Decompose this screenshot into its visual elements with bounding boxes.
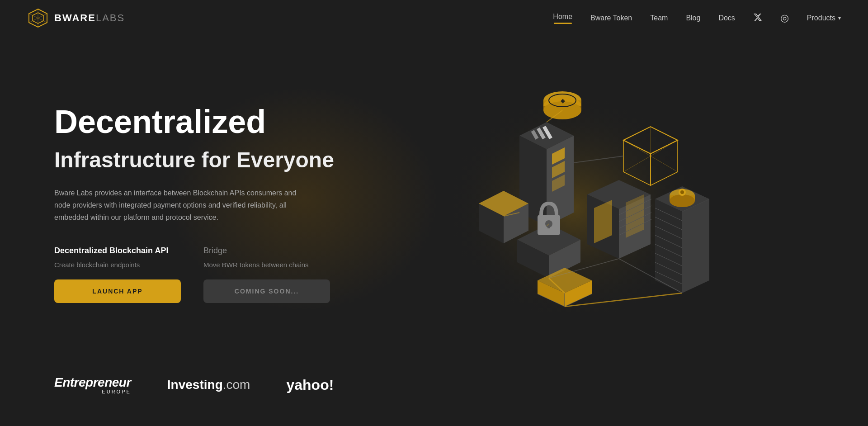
logo-icon [27, 7, 49, 29]
bridge-card-title: Bridge [203, 246, 330, 256]
yahoo-text: yahoo! [286, 377, 334, 393]
api-card-desc: Create blockchain endpoints [54, 261, 181, 269]
svg-marker-53 [682, 199, 709, 293]
hero-subtitle: Infrastructure for Everyone [54, 147, 334, 173]
investing-text: Investing [167, 378, 223, 392]
hero-section: Decentralized Infrastructure for Everyon… [0, 36, 868, 362]
hero-card-bridge: Bridge Move BWR tokens between chains CO… [203, 246, 330, 303]
logo[interactable]: BWARELABS [27, 7, 125, 29]
nav-link-team[interactable]: Team [650, 14, 668, 22]
products-chevron: ▾ [838, 15, 841, 21]
navbar: BWARELABS Home Bware Token Team Blog Doc… [0, 0, 868, 36]
svg-point-67 [680, 190, 684, 194]
investing-dotcom: .com [223, 378, 250, 392]
hero-illustration: ◈ [334, 68, 814, 339]
products-dropdown[interactable]: Products ▾ [807, 14, 841, 22]
logo-text: BWARELABS [54, 12, 125, 24]
hero-description: Bware Labs provides an interface between… [54, 187, 307, 224]
api-card-title: Decentralized Blockchain API [54, 246, 181, 256]
circle-icon[interactable]: ◎ [780, 12, 789, 24]
nav-active-indicator [554, 23, 572, 24]
brand-entrepreneur: Entrepreneur EUROPE [54, 375, 131, 394]
brand-investing: Investing.com [167, 378, 250, 392]
isometric-graphic: ◈ [429, 72, 718, 335]
nav-links: Home Bware Token Team Blog Docs ◎ Produc… [553, 12, 841, 24]
nav-item-circle[interactable]: ◎ [780, 12, 789, 24]
entrepreneur-subtitle: EUROPE [54, 389, 131, 394]
launch-app-button[interactable]: LAUNCH APP [54, 279, 181, 303]
nav-link-docs[interactable]: Docs [718, 14, 735, 22]
products-label: Products [807, 14, 835, 22]
hero-content: Decentralized Infrastructure for Everyon… [54, 104, 334, 303]
nav-item-twitter[interactable] [753, 13, 762, 24]
nav-link-blog[interactable]: Blog [686, 14, 700, 22]
nav-item-blog[interactable]: Blog [686, 14, 700, 22]
bridge-card-desc: Move BWR tokens between chains [203, 261, 330, 269]
nav-item-team[interactable]: Team [650, 14, 668, 22]
brands-section: Entrepreneur EUROPE Investing.com yahoo! [0, 362, 868, 417]
svg-rect-40 [547, 223, 550, 228]
nav-item-products[interactable]: Products ▾ [807, 14, 841, 22]
nav-item-bware-token[interactable]: Bware Token [590, 14, 632, 22]
nav-item-home[interactable]: Home [553, 13, 572, 24]
hero-title: Decentralized [54, 104, 334, 140]
nav-link-home[interactable]: Home [553, 13, 572, 21]
twitter-icon[interactable] [753, 14, 762, 24]
nav-item-docs[interactable]: Docs [718, 14, 735, 22]
brand-yahoo: yahoo! [286, 377, 334, 393]
entrepreneur-title: Entrepreneur [54, 375, 131, 390]
svg-point-65 [670, 194, 695, 207]
coming-soon-button: COMING SOON... [203, 279, 330, 303]
svg-text:◈: ◈ [560, 98, 565, 104]
nav-link-bware-token[interactable]: Bware Token [590, 14, 632, 22]
hero-cards: Decentralized Blockchain API Create bloc… [54, 246, 334, 303]
hero-card-api: Decentralized Blockchain API Create bloc… [54, 246, 181, 303]
